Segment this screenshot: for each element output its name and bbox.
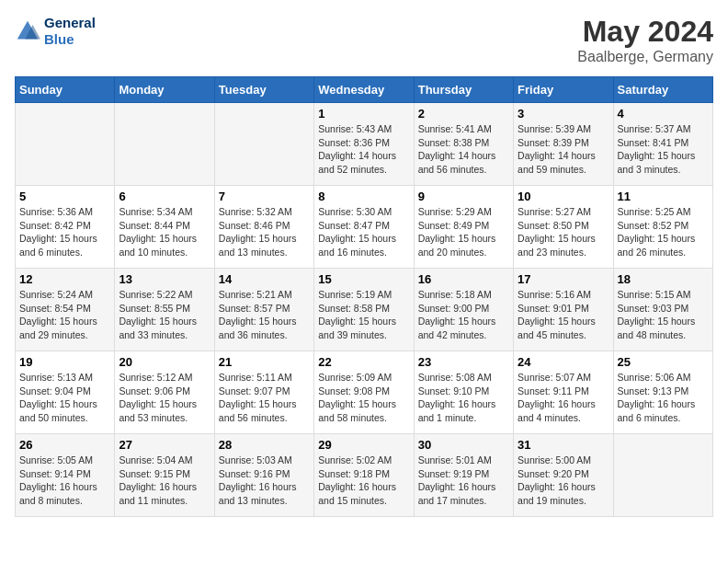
calendar-cell: 4Sunrise: 5:37 AMSunset: 8:41 PMDaylight…: [613, 103, 712, 186]
calendar-cell: [613, 434, 712, 517]
day-number: 13: [119, 272, 210, 286]
calendar-cell: 7Sunrise: 5:32 AMSunset: 8:46 PMDaylight…: [214, 186, 313, 269]
day-number: 3: [518, 107, 609, 121]
day-number: 25: [618, 355, 709, 369]
calendar-cell: 25Sunrise: 5:06 AMSunset: 9:13 PMDayligh…: [613, 351, 712, 434]
calendar-cell: 29Sunrise: 5:02 AMSunset: 9:18 PMDayligh…: [314, 434, 414, 517]
day-info: Sunrise: 5:34 AMSunset: 8:44 PMDaylight:…: [119, 205, 210, 259]
calendar-cell: 24Sunrise: 5:07 AMSunset: 9:11 PMDayligh…: [514, 351, 613, 434]
calendar-cell: 12Sunrise: 5:24 AMSunset: 8:54 PMDayligh…: [16, 269, 115, 351]
calendar-cell: 8Sunrise: 5:30 AMSunset: 8:47 PMDaylight…: [314, 186, 414, 269]
day-info: Sunrise: 5:43 AMSunset: 8:36 PMDaylight:…: [318, 122, 409, 177]
calendar-cell: 28Sunrise: 5:03 AMSunset: 9:16 PMDayligh…: [214, 434, 313, 517]
calendar-cell: [214, 103, 313, 186]
calendar-cell: 27Sunrise: 5:04 AMSunset: 9:15 PMDayligh…: [115, 434, 214, 517]
calendar-cell: 2Sunrise: 5:41 AMSunset: 8:38 PMDaylight…: [414, 103, 513, 186]
day-number: 27: [119, 438, 210, 452]
day-number: 4: [618, 107, 709, 121]
calendar-cell: 11Sunrise: 5:25 AMSunset: 8:52 PMDayligh…: [613, 186, 712, 269]
day-info: Sunrise: 5:29 AMSunset: 8:49 PMDaylight:…: [418, 205, 509, 259]
day-info: Sunrise: 5:30 AMSunset: 8:47 PMDaylight:…: [318, 205, 409, 259]
day-info: Sunrise: 5:25 AMSunset: 8:52 PMDaylight:…: [618, 205, 709, 259]
day-number: 31: [518, 438, 609, 452]
day-info: Sunrise: 5:19 AMSunset: 8:58 PMDaylight:…: [318, 288, 409, 342]
calendar-cell: 31Sunrise: 5:00 AMSunset: 9:20 PMDayligh…: [514, 434, 613, 517]
day-number: 9: [418, 190, 509, 203]
calendar-cell: 1Sunrise: 5:43 AMSunset: 8:36 PMDaylight…: [314, 103, 414, 186]
day-info: Sunrise: 5:41 AMSunset: 8:38 PMDaylight:…: [418, 122, 509, 177]
calendar-week-row: 19Sunrise: 5:13 AMSunset: 9:04 PMDayligh…: [16, 351, 713, 434]
calendar-cell: 9Sunrise: 5:29 AMSunset: 8:49 PMDaylight…: [414, 186, 513, 269]
day-info: Sunrise: 5:24 AMSunset: 8:54 PMDaylight:…: [19, 288, 110, 342]
calendar-cell: [16, 103, 115, 186]
day-number: 17: [518, 272, 609, 286]
day-info: Sunrise: 5:11 AMSunset: 9:07 PMDaylight:…: [219, 371, 310, 425]
day-info: Sunrise: 5:00 AMSunset: 9:20 PMDaylight:…: [518, 454, 609, 508]
day-info: Sunrise: 5:08 AMSunset: 9:10 PMDaylight:…: [418, 371, 509, 425]
day-info: Sunrise: 5:07 AMSunset: 9:11 PMDaylight:…: [518, 371, 609, 425]
calendar-cell: 19Sunrise: 5:13 AMSunset: 9:04 PMDayligh…: [16, 351, 115, 434]
day-number: 29: [318, 438, 409, 452]
calendar-cell: 26Sunrise: 5:05 AMSunset: 9:14 PMDayligh…: [16, 434, 115, 517]
day-info: Sunrise: 5:16 AMSunset: 9:01 PMDaylight:…: [518, 288, 609, 342]
day-number: 5: [19, 190, 110, 203]
day-info: Sunrise: 5:27 AMSunset: 8:50 PMDaylight:…: [518, 205, 609, 259]
day-info: Sunrise: 5:03 AMSunset: 9:16 PMDaylight:…: [219, 454, 310, 508]
calendar-cell: 10Sunrise: 5:27 AMSunset: 8:50 PMDayligh…: [514, 186, 613, 269]
calendar-cell: 6Sunrise: 5:34 AMSunset: 8:44 PMDaylight…: [115, 186, 214, 269]
weekday-header: Friday: [514, 77, 613, 103]
logo-icon: [15, 18, 40, 44]
calendar-cell: 22Sunrise: 5:09 AMSunset: 9:08 PMDayligh…: [314, 351, 414, 434]
logo: General Blue: [15, 15, 96, 48]
day-number: 23: [418, 355, 509, 369]
day-info: Sunrise: 5:09 AMSunset: 9:08 PMDaylight:…: [318, 371, 409, 425]
calendar-cell: 16Sunrise: 5:18 AMSunset: 9:00 PMDayligh…: [414, 269, 513, 351]
weekday-header-row: SundayMondayTuesdayWednesdayThursdayFrid…: [16, 77, 713, 103]
day-info: Sunrise: 5:36 AMSunset: 8:42 PMDaylight:…: [19, 205, 110, 259]
weekday-header: Wednesday: [314, 77, 414, 103]
weekday-header: Saturday: [613, 77, 712, 103]
calendar-cell: 17Sunrise: 5:16 AMSunset: 9:01 PMDayligh…: [514, 269, 613, 351]
day-number: 18: [618, 272, 709, 286]
day-number: 22: [318, 355, 409, 369]
day-info: Sunrise: 5:21 AMSunset: 8:57 PMDaylight:…: [219, 288, 310, 342]
day-number: 12: [19, 272, 110, 286]
day-number: 20: [119, 355, 210, 369]
day-number: 11: [618, 190, 709, 203]
title-block: May 2024 Baalberge, Germany: [577, 15, 713, 65]
calendar-cell: [115, 103, 214, 186]
day-info: Sunrise: 5:32 AMSunset: 8:46 PMDaylight:…: [219, 205, 310, 259]
calendar-cell: 15Sunrise: 5:19 AMSunset: 8:58 PMDayligh…: [314, 269, 414, 351]
calendar-table: SundayMondayTuesdayWednesdayThursdayFrid…: [15, 76, 713, 517]
day-number: 21: [219, 355, 310, 369]
page-subtitle: Baalberge, Germany: [577, 49, 713, 65]
calendar-cell: 18Sunrise: 5:15 AMSunset: 9:03 PMDayligh…: [613, 269, 712, 351]
day-number: 2: [418, 107, 509, 121]
calendar-cell: 13Sunrise: 5:22 AMSunset: 8:55 PMDayligh…: [115, 269, 214, 351]
day-number: 28: [219, 438, 310, 452]
day-info: Sunrise: 5:15 AMSunset: 9:03 PMDaylight:…: [618, 288, 709, 342]
day-info: Sunrise: 5:39 AMSunset: 8:39 PMDaylight:…: [518, 122, 609, 177]
calendar-cell: 14Sunrise: 5:21 AMSunset: 8:57 PMDayligh…: [214, 269, 313, 351]
page-title: May 2024: [577, 15, 713, 49]
day-info: Sunrise: 5:02 AMSunset: 9:18 PMDaylight:…: [318, 454, 409, 508]
day-info: Sunrise: 5:01 AMSunset: 9:19 PMDaylight:…: [418, 454, 509, 508]
day-info: Sunrise: 5:22 AMSunset: 8:55 PMDaylight:…: [119, 288, 210, 342]
calendar-cell: 5Sunrise: 5:36 AMSunset: 8:42 PMDaylight…: [16, 186, 115, 269]
calendar-cell: 30Sunrise: 5:01 AMSunset: 9:19 PMDayligh…: [414, 434, 513, 517]
day-info: Sunrise: 5:18 AMSunset: 9:00 PMDaylight:…: [418, 288, 509, 342]
day-info: Sunrise: 5:12 AMSunset: 9:06 PMDaylight:…: [119, 371, 210, 425]
weekday-header: Tuesday: [214, 77, 313, 103]
calendar-cell: 21Sunrise: 5:11 AMSunset: 9:07 PMDayligh…: [214, 351, 313, 434]
day-number: 15: [318, 272, 409, 286]
day-number: 10: [518, 190, 609, 203]
day-info: Sunrise: 5:04 AMSunset: 9:15 PMDaylight:…: [119, 454, 210, 508]
day-info: Sunrise: 5:13 AMSunset: 9:04 PMDaylight:…: [19, 371, 110, 425]
calendar-week-row: 5Sunrise: 5:36 AMSunset: 8:42 PMDaylight…: [16, 186, 713, 269]
day-number: 6: [119, 190, 210, 203]
day-number: 24: [518, 355, 609, 369]
day-number: 19: [19, 355, 110, 369]
weekday-header: Monday: [115, 77, 214, 103]
calendar-week-row: 12Sunrise: 5:24 AMSunset: 8:54 PMDayligh…: [16, 269, 713, 351]
day-info: Sunrise: 5:06 AMSunset: 9:13 PMDaylight:…: [618, 371, 709, 425]
